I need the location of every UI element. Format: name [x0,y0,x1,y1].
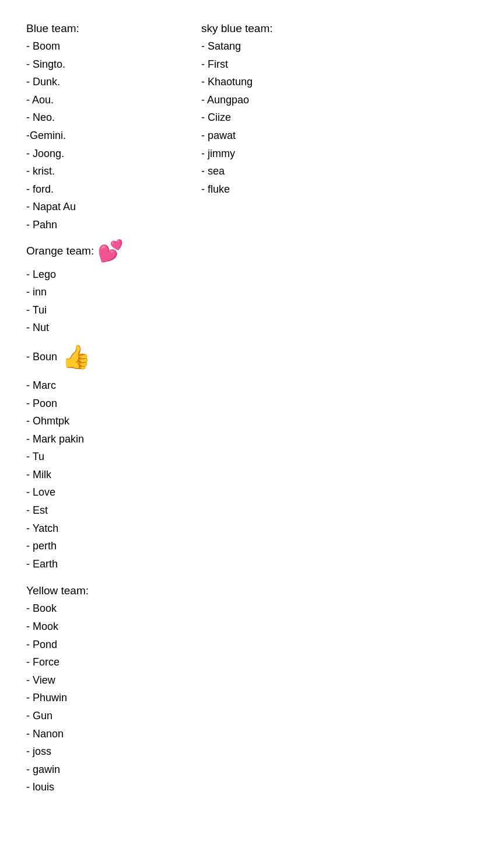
blue-team-member: - Joong. [26,145,201,163]
sky-blue-team-member: - jimmy [201,145,376,163]
page-content: Blue team: - Boom - Singto. - Dunk. - Ao… [18,12,487,814]
orange-team-member: - Earth [26,555,478,573]
sky-blue-team-member: - Satang [201,37,376,55]
blue-team-col: Blue team: - Boom - Singto. - Dunk. - Ao… [26,18,201,234]
hearts-emoji: 💕 [97,239,124,263]
blue-team-member: - Napat Au [26,198,201,216]
yellow-team-header: Yellow team: [26,584,478,597]
blue-team-member: - krist. [26,162,201,180]
sky-blue-team-header: sky blue team: [201,22,376,35]
yellow-team-member: - Gun [26,707,478,725]
orange-team-member: - Tui [26,301,478,319]
blue-team-member: - Neo. [26,109,201,127]
orange-team-member: - inn [26,283,478,301]
orange-team-member: - Tu [26,448,478,466]
blue-team-member: - Aou. [26,91,201,109]
sky-blue-team-member: - pawat [201,127,376,145]
orange-team-header-row: Orange team: 💕 [26,239,478,263]
orange-team-member: - Ohmtpk [26,412,478,430]
orange-team-member: - Nut [26,319,478,337]
yellow-team-member: - Mook [26,618,478,636]
thumbs-up-emoji: 👍 [62,337,91,377]
orange-team-member: - Yatch [26,520,478,538]
yellow-team-member: - Force [26,653,478,671]
orange-team-member: - Love [26,483,478,501]
orange-team-member: - Lego [26,266,478,284]
orange-team-member: - Milk [26,466,478,484]
sky-blue-team-member: - fluke [201,180,376,198]
orange-team-member: - Boun 👍 [26,337,478,377]
sky-blue-team-member: - Ciize [201,109,376,127]
blue-team-member: - ford. [26,180,201,198]
orange-team-member: - Mark pakin [26,430,478,448]
blue-team-member: - Boom [26,37,201,55]
orange-team-member: - Marc [26,377,478,395]
blue-team-member: - Singto. [26,55,201,74]
orange-team-header: Orange team: [26,245,94,257]
yellow-team-member: - Pond [26,636,478,654]
orange-team-member: - perth [26,537,478,555]
sky-blue-team-member: - sea [201,162,376,180]
orange-team-member: - Est [26,501,478,520]
blue-team-member: - Dunk. [26,73,201,91]
yellow-team-member: - Nanon [26,725,478,743]
yellow-team-member: - Phuwin [26,689,478,707]
sky-blue-team-member: - First [201,55,376,74]
blue-team-member: - Pahn [26,216,201,234]
blue-team-header: Blue team: [26,22,201,35]
orange-team-member: - Poon [26,395,478,413]
yellow-team-section: Yellow team: - Book - Mook - Pond - Forc… [26,584,478,796]
top-two-col: Blue team: - Boom - Singto. - Dunk. - Ao… [26,18,478,234]
yellow-team-member: - Book [26,600,478,618]
blue-team-member: -Gemini. [26,127,201,145]
sky-blue-team-member: - Khaotung [201,73,376,91]
orange-team-section: Orange team: 💕 - Lego - inn - Tui - Nut … [26,239,478,573]
sky-blue-team-member: - Aungpao [201,91,376,109]
yellow-team-member: - View [26,671,478,689]
yellow-team-member: - louis [26,778,478,796]
yellow-team-member: - gawin [26,761,478,779]
sky-blue-team-col: sky blue team: - Satang - First - Khaotu… [201,18,376,234]
yellow-team-member: - joss [26,743,478,761]
